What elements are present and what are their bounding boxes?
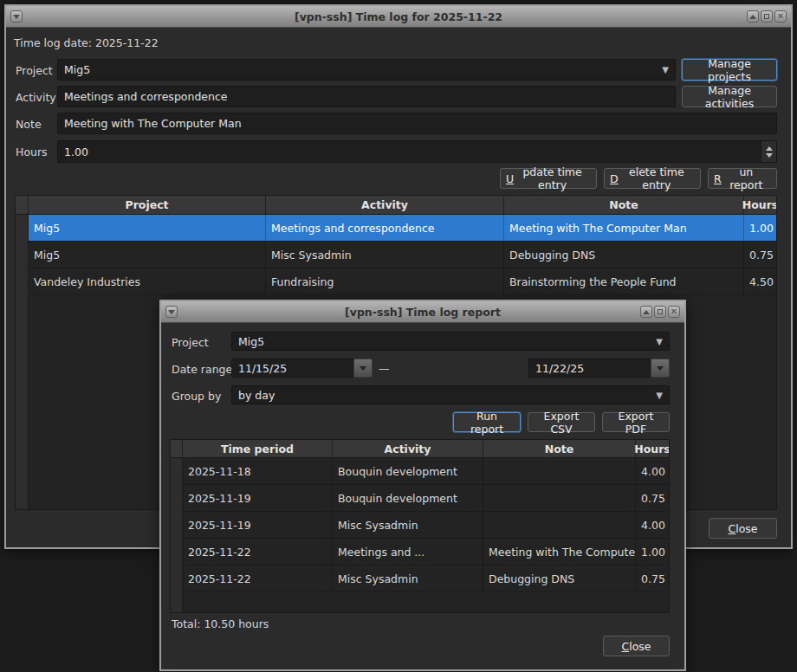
time-log-date-label: Time log date: 2025-11-22	[14, 36, 159, 49]
report-dialog: [vpn-ssh] Time log report ✕ Project Mig5…	[159, 300, 686, 671]
close-icon: ✕	[671, 307, 677, 316]
delete-time-entry-button[interactable]: Delete time entry	[604, 168, 701, 189]
dialog-shade-button[interactable]	[640, 306, 652, 318]
dialog-project-combobox[interactable]: Mig5 ▼	[231, 332, 670, 351]
col-header-time-period[interactable]: Time period	[183, 440, 333, 457]
shade-button[interactable]	[747, 10, 759, 23]
close-window-button[interactable]: ✕	[774, 10, 787, 23]
group-by-combobox[interactable]: by day ▼	[231, 385, 670, 404]
dialog-maximize-button[interactable]	[654, 306, 666, 318]
date-from-input[interactable]	[231, 359, 373, 378]
hours-spinner[interactable]	[761, 141, 776, 162]
export-csv-button[interactable]: Export CSV	[528, 412, 595, 432]
row-number-gutter	[16, 196, 29, 509]
date-to-dropdown-button[interactable]	[651, 359, 670, 378]
time-entries-header: Project Activity Note Hours	[16, 196, 776, 215]
chevron-down-icon	[360, 366, 366, 371]
date-from-picker	[231, 359, 373, 378]
corner-header-cell	[16, 196, 29, 214]
report-row[interactable]: 3 2025-11-19 Misc Sysadmin 4.00	[171, 512, 669, 539]
activity-input[interactable]	[57, 86, 676, 107]
hours-spinbox	[57, 140, 777, 163]
manage-projects-button[interactable]: Manage projects	[682, 59, 777, 81]
report-row[interactable]: 2 2025-11-19 Bouquin development 0.75	[171, 485, 669, 512]
dialog-project-label: Project	[172, 336, 209, 349]
project-combobox[interactable]: Mig5 ▼	[57, 59, 676, 81]
dialog-title: [vpn-ssh] Time log report	[161, 306, 684, 319]
hours-label: Hours	[16, 145, 48, 158]
date-to-input[interactable]	[528, 359, 670, 378]
row-number-gutter	[171, 440, 183, 612]
project-combobox-value: Mig5	[64, 63, 90, 76]
date-to-picker	[528, 359, 670, 378]
dialog-project-combobox-value: Mig5	[238, 335, 264, 348]
date-range-dash: —	[379, 362, 390, 375]
spin-up-icon	[766, 146, 773, 151]
report-row[interactable]: 4 2025-11-22 Meetings and ... Meeting wi…	[171, 539, 669, 565]
chevron-down-icon	[657, 366, 664, 371]
dialog-close-window-button[interactable]: ✕	[668, 306, 680, 318]
report-row[interactable]: 5 2025-11-22 Misc Sysadmin Debugging DNS…	[171, 565, 669, 592]
dialog-close-button[interactable]: Close	[603, 636, 670, 656]
table-row[interactable]: 3 Vandeley Industries Fundraising Brains…	[16, 268, 776, 295]
col-header-note[interactable]: Note	[504, 196, 744, 214]
note-label: Note	[16, 118, 42, 131]
shade-icon	[643, 310, 650, 314]
table-row[interactable]: 1 Mig5 Meetings and correspondence Meeti…	[16, 215, 776, 242]
dialog-titlebar[interactable]: [vpn-ssh] Time log report ✕	[161, 301, 684, 323]
activity-label: Activity	[16, 91, 56, 104]
shade-icon	[749, 15, 756, 19]
maximize-icon	[658, 309, 663, 314]
report-table: Time period Activity Note Hours 1 2025-1…	[170, 439, 670, 613]
update-time-entry-button[interactable]: Update time entry	[500, 168, 597, 189]
main-titlebar[interactable]: [vpn-ssh] Time log for 2025-11-22 ✕	[6, 6, 791, 28]
total-hours-label: Total: 10.50 hours	[172, 617, 269, 630]
chevron-down-icon: ▼	[656, 337, 663, 346]
report-row[interactable]: 1 2025-11-18 Bouquin development 4.00	[171, 458, 669, 485]
maximize-button[interactable]	[761, 10, 773, 23]
table-row[interactable]: 2 Mig5 Misc Sysadmin Debugging DNS 0.75	[16, 242, 776, 268]
corner-header-cell	[171, 440, 183, 457]
group-by-combobox-value: by day	[238, 389, 275, 402]
export-pdf-button[interactable]: Export PDF	[602, 412, 670, 432]
note-input[interactable]	[57, 113, 777, 134]
manage-activities-button[interactable]: Manage activities	[682, 86, 777, 107]
run-report-button[interactable]: Run report	[708, 168, 777, 189]
spin-down-icon	[766, 153, 773, 158]
desktop: [vpn-ssh] Time log for 2025-11-22 ✕ Time…	[0, 0, 797, 672]
dialog-run-report-button[interactable]: Run report	[453, 412, 521, 432]
col-header-activity[interactable]: Activity	[333, 440, 483, 457]
maximize-icon	[764, 14, 769, 19]
col-header-hours[interactable]: Hours	[636, 440, 669, 457]
col-header-note[interactable]: Note	[483, 440, 636, 457]
date-from-dropdown-button[interactable]	[353, 359, 373, 378]
main-close-button[interactable]: Close	[709, 518, 777, 539]
date-range-label: Date range	[172, 363, 232, 376]
group-by-label: Group by	[172, 390, 221, 403]
close-icon: ✕	[777, 12, 784, 21]
chevron-down-icon: ▼	[656, 391, 663, 400]
project-label: Project	[16, 64, 53, 77]
hours-input[interactable]	[57, 140, 777, 163]
dialog-content: Project Mig5 ▼ Date range — Group by by …	[161, 323, 684, 667]
main-window-title: [vpn-ssh] Time log for 2025-11-22	[6, 10, 791, 23]
col-header-activity[interactable]: Activity	[266, 196, 504, 214]
chevron-down-icon: ▼	[662, 65, 669, 74]
report-table-header: Time period Activity Note Hours	[171, 440, 669, 458]
col-header-project[interactable]: Project	[29, 196, 266, 214]
col-header-hours[interactable]: Hours	[744, 196, 776, 214]
